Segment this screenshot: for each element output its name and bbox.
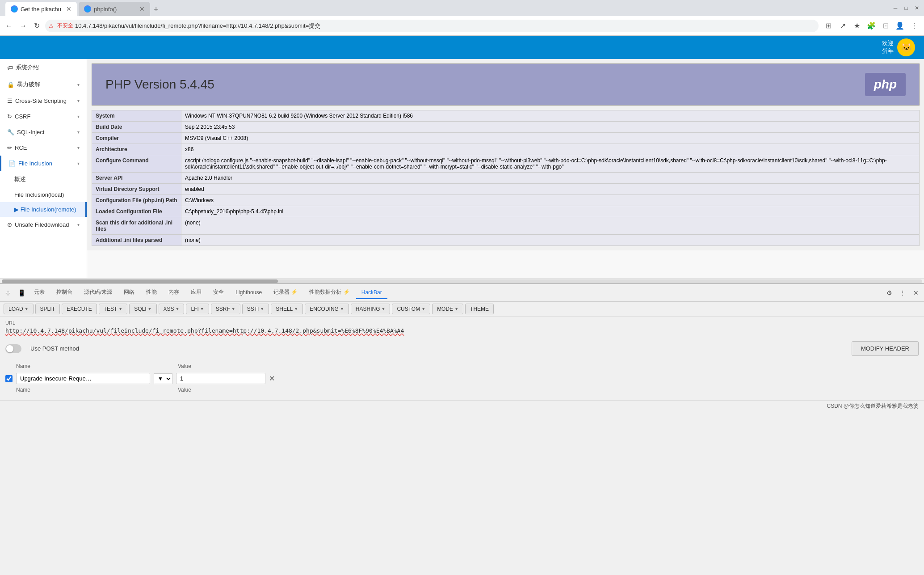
- tab-active[interactable]: 🌐 Get the pikachu ✕: [5, 2, 77, 16]
- php-info-table: SystemWindows NT WIN-37QPUN7NO81 6.2 bui…: [92, 110, 920, 246]
- bookmark-icon[interactable]: ★: [851, 20, 863, 32]
- sidebar-subitem-fi-remote[interactable]: ▶ File Inclusion(remote): [0, 202, 87, 217]
- hackbar-execute-button[interactable]: EXECUTE: [62, 304, 97, 314]
- sidebar-label-xss: Cross-Site Scripting: [15, 97, 77, 104]
- extensions-icon[interactable]: 🧩: [865, 20, 878, 32]
- sidebar-item-xss[interactable]: ☰ Cross-Site Scripting ▾: [0, 93, 87, 109]
- header-delete-btn-0[interactable]: ✕: [269, 374, 275, 383]
- hackbar-encoding-button[interactable]: ENCODING ▼: [305, 304, 349, 314]
- forward-button[interactable]: →: [18, 20, 29, 32]
- devtools-tab-network[interactable]: 网络: [118, 286, 140, 300]
- tab-title-1: Get the pikachu: [21, 6, 61, 13]
- address-input[interactable]: ⚠ 不安全 10.4.7.148/pikachu/vul/fileinclude…: [45, 20, 819, 32]
- table-key: Architecture: [92, 144, 181, 155]
- table-key: Loaded Configuration File: [92, 206, 181, 217]
- close-button[interactable]: ✕: [913, 4, 920, 12]
- device-toolbar-icon[interactable]: 📱: [15, 287, 28, 299]
- sidebar-subitem-fi-overview[interactable]: 概述: [0, 171, 87, 187]
- hashing-arrow: ▼: [382, 307, 386, 311]
- hackbar-toolbar: LOAD ▼ SPLIT EXECUTE TEST ▼ SQLI ▼ XSS ▼: [0, 302, 924, 317]
- unsafe-icon: ⊙: [7, 221, 12, 228]
- fi-icon: 📄: [8, 160, 16, 167]
- maximize-button[interactable]: □: [903, 4, 910, 12]
- devtools-tab-recorder[interactable]: 记录器 ⚡: [268, 286, 303, 300]
- sidebar-subitem-fi-local[interactable]: File Inclusion(local): [0, 187, 87, 202]
- header-name-input-0[interactable]: [16, 373, 150, 384]
- devtools-tab-hackbar[interactable]: HackBar: [356, 287, 387, 299]
- back-button[interactable]: ←: [4, 20, 14, 32]
- hackbar-lfi-button[interactable]: LFI ▼: [186, 304, 209, 314]
- hackbar-custom-button[interactable]: CUSTOM ▼: [392, 304, 430, 314]
- sqli-arrow: ▼: [148, 307, 152, 311]
- horizontal-scrollbar[interactable]: [0, 278, 924, 283]
- hackbar-url-section: URL http://10.4.7.148/pikachu/vul/filein…: [0, 317, 924, 338]
- table-key: System: [92, 110, 181, 122]
- translate-icon[interactable]: ⊞: [822, 20, 835, 32]
- next-header-value-col: Value: [178, 387, 303, 393]
- sidebar-item-sqli[interactable]: 🔧 SQL-Inject ▾: [0, 124, 87, 140]
- sidebar-item-csrf[interactable]: ↻ CSRF ▾: [0, 109, 87, 124]
- devtools-tab-sources[interactable]: 源代码/来源: [79, 286, 118, 300]
- devtools-tab-application[interactable]: 应用: [185, 286, 207, 300]
- hackbar-shell-button[interactable]: SHELL ▼: [271, 304, 303, 314]
- hackbar-xss-button[interactable]: XSS ▼: [159, 304, 185, 314]
- devtools-tab-lighthouse[interactable]: Lighthouse: [230, 287, 267, 299]
- table-value: C:\Windows: [181, 195, 920, 206]
- hackbar-ssti-button[interactable]: SSTI ▼: [242, 304, 269, 314]
- header-dropdown-0[interactable]: ▼: [154, 373, 172, 384]
- hackbar-split-button[interactable]: SPLIT: [35, 304, 60, 314]
- php-version: PHP Version 5.4.45: [105, 77, 214, 92]
- use-post-toggle[interactable]: [5, 344, 21, 353]
- table-value: enabled: [181, 184, 920, 195]
- modify-header-button[interactable]: MODIFY HEADER: [852, 341, 919, 356]
- fi-remote-arrow: ▶: [14, 206, 21, 213]
- sidebar-item-unsafe-filedownload[interactable]: ⊙ Unsafe Filedownload ▾: [0, 217, 87, 233]
- sidebar-item-rce[interactable]: ✏ RCE ▾: [0, 140, 87, 156]
- hackbar-theme-button[interactable]: THEME: [465, 304, 494, 314]
- tab-favicon-1: 🌐: [11, 5, 18, 13]
- sidebar-item-fi[interactable]: 📄 File Inclusion ▾: [0, 156, 87, 171]
- devtools-tab-perf-insights[interactable]: 性能数据分析 ⚡: [304, 286, 355, 300]
- devtools-tab-performance[interactable]: 性能: [141, 286, 162, 300]
- hackbar-test-button[interactable]: TEST ▼: [99, 304, 128, 314]
- profile-icon[interactable]: 👤: [894, 20, 906, 32]
- inspect-element-icon[interactable]: ⊹: [2, 287, 14, 299]
- devtools-tab-elements[interactable]: 元素: [29, 286, 50, 300]
- sidebar-label-intro: 系统介绍: [16, 63, 80, 72]
- hackbar-mode-button[interactable]: MODE ▼: [432, 304, 463, 314]
- custom-label: CUSTOM: [397, 306, 420, 312]
- header-checkbox-0[interactable]: [5, 375, 13, 382]
- hackbar-hashing-button[interactable]: HASHING ▼: [351, 304, 391, 314]
- devtools-close-icon[interactable]: ✕: [910, 287, 922, 299]
- url-value[interactable]: http://10.4.7.148/pikachu/vul/fileinclud…: [5, 327, 919, 334]
- table-value: cscript /nologo configure.js "--enable-s…: [181, 155, 920, 173]
- browser-toolbar-icons: ⊞ ↗ ★ 🧩 ⊡ 👤 ⋮: [822, 20, 920, 32]
- header-value-input-0[interactable]: [176, 373, 265, 384]
- page-header: 欢迎 蛋年 🐱: [0, 36, 924, 59]
- add-tab-button[interactable]: +: [150, 3, 162, 16]
- minimize-button[interactable]: ─: [892, 4, 899, 12]
- main-layout: 🏷 系统介绍 🔒 暴力破解 ▾ ☰ Cross-Site Scripting ▾…: [0, 59, 924, 278]
- tab-close-1[interactable]: ✕: [66, 5, 71, 13]
- sidebar-toggle-icon[interactable]: ⊡: [879, 20, 892, 32]
- devtools-tab-memory[interactable]: 内存: [163, 286, 185, 300]
- hackbar-ssrf-button[interactable]: SSRF ▼: [211, 304, 240, 314]
- scrollbar-thumb[interactable]: [2, 279, 278, 283]
- sqli-label: SQLI: [134, 306, 146, 312]
- devtools-tab-console[interactable]: 控制台: [51, 286, 78, 300]
- share-icon[interactable]: ↗: [836, 20, 849, 32]
- sidebar-item-intro[interactable]: 🏷 系统介绍: [0, 59, 87, 76]
- menu-icon[interactable]: ⋮: [908, 20, 920, 32]
- devtools-settings-icon[interactable]: ⚙: [883, 287, 895, 299]
- sidebar-item-brute[interactable]: 🔒 暴力破解 ▾: [0, 76, 87, 93]
- theme-label: THEME: [470, 306, 489, 312]
- devtools-more-icon[interactable]: ⋮: [896, 287, 909, 299]
- hackbar-sqli-button[interactable]: SQLI ▼: [129, 304, 156, 314]
- tab-inactive[interactable]: 🌐 phpinfo() ✕: [79, 2, 150, 16]
- table-key: Configure Command: [92, 155, 181, 173]
- tab-close-2[interactable]: ✕: [139, 5, 145, 13]
- shell-label: SHELL: [276, 306, 293, 312]
- hackbar-load-button[interactable]: LOAD ▼: [4, 304, 34, 314]
- refresh-button[interactable]: ↻: [32, 20, 42, 32]
- devtools-tab-security[interactable]: 安全: [208, 286, 229, 300]
